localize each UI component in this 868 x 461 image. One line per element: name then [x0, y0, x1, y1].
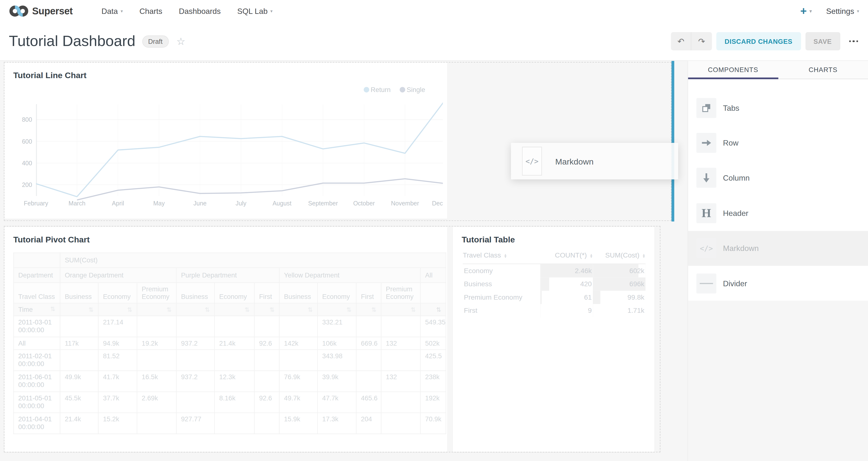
pivot-group-header: All [421, 268, 446, 283]
table-grid: Travel Class▲▼COUNT(*)▲▼SUM(Cost)▲▼Econo… [463, 249, 646, 317]
pivot-cell: 92.6 [254, 392, 279, 412]
pivot-cell: 669.6 [356, 337, 381, 349]
pivot-cell: 217.14 [98, 316, 137, 337]
tab-charts[interactable]: CHARTS [778, 61, 868, 79]
chevron-down-icon: ▾ [810, 8, 812, 13]
table-chart-card[interactable]: Tutorial Table Travel Class▲▼COUNT(*)▲▼S… [453, 227, 654, 452]
pivot-cell: 37.7k [98, 392, 137, 412]
pivot-cell [215, 413, 254, 434]
pivot-cell: 21.4k [60, 413, 98, 434]
sidebar-item-column[interactable]: Column [688, 160, 868, 195]
redo-button[interactable]: ↷ [691, 32, 712, 51]
pivot-cell [356, 350, 381, 371]
markdown-drag-preview[interactable]: </> Markdown [511, 143, 678, 179]
sidebar-item-header[interactable]: HHeader [688, 195, 868, 230]
pivot-cell [177, 316, 215, 337]
column-header[interactable]: COUNT(*)▲▼ [540, 249, 593, 264]
x-axis-tick: April [112, 200, 124, 207]
tab-components[interactable]: COMPONENTS [688, 61, 778, 79]
sort-icon[interactable]: ⇅ [308, 306, 313, 313]
pivot-col-header: First [356, 283, 381, 303]
pivot-sort-cell: ⇅ [317, 303, 356, 316]
sidebar-item-tabs[interactable]: Tabs [688, 90, 868, 125]
sidebar-item-row[interactable]: Row [688, 125, 868, 160]
sort-icon[interactable]: ⇅ [50, 306, 56, 313]
pivot-col-header: Business [279, 283, 317, 303]
pivot-cell: 49.9k [60, 371, 98, 392]
table-cell: Premium Economy [463, 290, 540, 304]
line-chart-card[interactable]: Tutorial Line Chart Return Single 200400… [4, 63, 447, 219]
x-axis-tick: May [153, 200, 165, 207]
pivot-col-header: Economy [215, 283, 254, 303]
sort-icon[interactable]: ⇅ [269, 306, 275, 313]
sort-icon[interactable]: ⇅ [371, 306, 376, 313]
nav-item-dashboards[interactable]: Dashboards [179, 7, 221, 16]
sidebar-item-markdown[interactable]: </>Markdown [688, 231, 868, 266]
table-row: 2011-03-01 00:00:00217.14332.21549.35 [13, 316, 446, 337]
sort-icon[interactable]: ⇅ [127, 306, 132, 313]
legend-item-single[interactable]: Single [400, 86, 425, 94]
column-header[interactable]: Travel Class▲▼ [463, 249, 540, 264]
pivot-cell: 39.9k [317, 371, 356, 392]
table-row: Business420696k [463, 277, 646, 291]
sidebar-item-divider[interactable]: Divider [688, 266, 868, 301]
superset-logo[interactable]: Superset [9, 5, 72, 17]
more-options-button[interactable] [848, 37, 859, 45]
redo-icon: ↷ [698, 36, 705, 46]
pivot-cell: 204 [356, 413, 381, 434]
table-row: 2011-06-01 00:00:0049.9k41.7k16.5k937.21… [13, 371, 446, 392]
discard-changes-button[interactable]: DISCARD CHANGES [716, 32, 801, 51]
pivot-metric-header: SUM(Cost) [60, 253, 446, 268]
sidebar-empty-area [688, 301, 868, 461]
x-axis-tick: October [353, 200, 375, 207]
pivot-cell [60, 350, 98, 371]
drag-preview-label: Markdown [555, 156, 593, 166]
legend-dot-icon [400, 87, 405, 92]
table-cell: 1.71k [593, 304, 645, 317]
y-axis-tick: 800 [22, 116, 32, 123]
nav-item-charts[interactable]: Charts [140, 7, 162, 16]
nav-item-sqllab[interactable]: SQL Lab▾ [237, 7, 273, 16]
undo-button[interactable]: ↶ [671, 32, 691, 51]
table-cell: 602k [593, 264, 645, 277]
nav-item-data[interactable]: Data▾ [101, 7, 123, 16]
pivot-cell [137, 413, 177, 434]
sidebar-item-label: Header [723, 209, 748, 217]
builder-sidebar: COMPONENTS CHARTS TabsRowColumnHHeader</… [687, 61, 868, 461]
pivot-cell: 425.5 [421, 350, 446, 371]
header-icon: H [696, 203, 716, 223]
brand-name: Superset [32, 5, 73, 17]
pivot-cell [279, 350, 317, 371]
pivot-chart-card[interactable]: Tutorial Pivot Chart SUM(Cost)Department… [4, 227, 447, 452]
sort-icon[interactable]: ⇅ [166, 306, 172, 313]
table-cell: 420 [540, 277, 593, 291]
pivot-cell: 465.6 [356, 392, 381, 412]
top-navbar: Superset Data▾ Charts Dashboards SQL Lab… [0, 0, 868, 22]
pivot-cell [215, 350, 254, 371]
x-axis-tick: December [432, 200, 443, 207]
legend-item-return[interactable]: Return [364, 86, 391, 94]
column-icon [696, 168, 716, 188]
sidebar-tabs: COMPONENTS CHARTS [688, 61, 868, 79]
app-window: Superset Data▾ Charts Dashboards SQL Lab… [0, 0, 868, 461]
column-header[interactable]: SUM(Cost)▲▼ [593, 249, 645, 264]
divider-icon [696, 273, 716, 293]
sort-icon[interactable]: ⇅ [88, 306, 93, 313]
new-item-button[interactable]: +▾ [800, 5, 812, 17]
sort-icon[interactable]: ⇅ [436, 306, 441, 313]
sort-icon[interactable]: ⇅ [346, 306, 352, 313]
settings-menu[interactable]: Settings▾ [826, 7, 859, 16]
pivot-cell [381, 413, 421, 434]
sort-icon[interactable]: ⇅ [205, 306, 210, 313]
x-axis-tick: November [391, 200, 419, 207]
pivot-cell [254, 413, 279, 434]
sort-icon[interactable]: ⇅ [410, 306, 415, 313]
save-button[interactable]: SAVE [805, 32, 840, 51]
page-title[interactable]: Tutorial Dashboard [9, 33, 135, 50]
table-cell: 9 [540, 304, 593, 317]
pivot-cell: 502k [421, 337, 446, 349]
x-axis-tick: July [236, 200, 247, 207]
pivot-col-header: Economy [98, 283, 137, 303]
sort-icon[interactable]: ⇅ [245, 306, 250, 313]
favorite-star-icon[interactable]: ☆ [177, 36, 185, 46]
